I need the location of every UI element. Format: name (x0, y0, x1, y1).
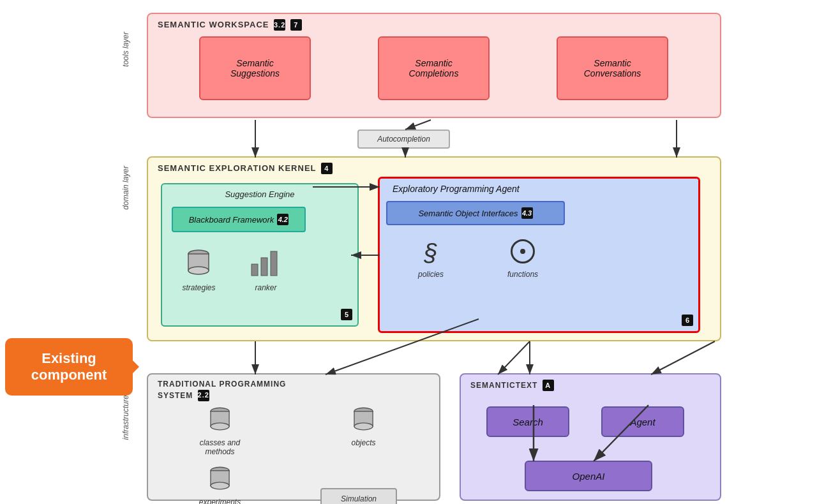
semantictext-label: SEMANTICTEXT A (470, 380, 554, 391)
badge-2-2: 2.2 (198, 390, 209, 401)
semantic-workspace: SEMANTIC WORKSPACE 3.2 7 SemanticSuggest… (147, 13, 721, 118)
policies-symbol: § (424, 239, 437, 267)
ranker-block: ranker (248, 245, 283, 292)
badge-3-2: 3.2 (274, 19, 285, 31)
svg-rect-3 (251, 264, 258, 276)
exploration-kernel: SEMANTIC EXPLORATION KERNEL 4 Suggestion… (147, 156, 721, 341)
badge-a: A (543, 380, 554, 391)
svg-rect-5 (271, 251, 277, 276)
diagram-container: tools layer domain layer infrastructure … (83, 6, 811, 498)
tools-layer-label: tools layer (121, 32, 130, 67)
exploratory-agent: Exploratory Programming Agent Semantic O… (378, 177, 700, 333)
badge-5: 5 (341, 309, 352, 320)
classes-methods-block: classes andmethods (158, 403, 282, 456)
functions-block: functions (507, 239, 538, 279)
semantic-conversations-box: SemanticConversations (557, 36, 668, 100)
search-button[interactable]: Search (486, 406, 569, 437)
suggestion-engine-label: Suggestion Engine (225, 189, 294, 199)
svg-line-18 (405, 120, 431, 130)
objects-block: objects (301, 403, 426, 456)
svg-rect-4 (261, 258, 267, 276)
classes-cylinder-icon (204, 403, 236, 435)
semantic-suggestions-box: SemanticSuggestions (199, 36, 311, 100)
svg-point-2 (188, 267, 209, 274)
exploratory-agent-label: Exploratory Programming Agent (393, 184, 520, 194)
badge-6: 6 (682, 315, 693, 326)
svg-point-11 (354, 423, 373, 430)
experiments-block: experiments (158, 463, 282, 504)
semantictext: SEMANTICTEXT A Search Agent OpenAI (460, 373, 721, 501)
traditional-programming-system: TRADITIONAL PROGRAMMINGSYSTEM 2.2 classe… (147, 373, 440, 501)
objects-cylinder-icon (348, 403, 380, 435)
badge-4-2: 4.2 (277, 214, 288, 225)
strategies-area: strategies ranker (181, 245, 283, 292)
autocompletion-box: Autocompletion (357, 130, 450, 149)
svg-point-14 (211, 482, 229, 489)
strategies-block: strategies (181, 245, 216, 292)
svg-line-26 (498, 341, 530, 374)
semantic-workspace-label: SEMANTIC WORKSPACE 3.2 7 (158, 19, 302, 31)
functions-circle-icon (511, 239, 535, 263)
exploration-kernel-label: SEMANTIC EXPLORATION KERNEL 4 (158, 163, 333, 174)
existing-component-callout: Existing component (5, 338, 133, 396)
simulation-studio-box: SimulationStudio (320, 488, 397, 504)
traditional-system-label: TRADITIONAL PROGRAMMINGSYSTEM 2.2 (158, 380, 286, 401)
policies-block: § policies (418, 239, 444, 279)
traditional-icons: classes andmethods objects experiments (158, 403, 426, 504)
svg-point-8 (211, 423, 229, 430)
strategies-cylinder-icon (181, 245, 216, 280)
openai-button[interactable]: OpenAI (525, 461, 652, 491)
svg-line-29 (651, 341, 715, 374)
badge-4-3: 4.3 (521, 207, 533, 219)
semantic-completions-box: SemanticCompletions (378, 36, 490, 100)
policies-area: § policies functions (418, 239, 538, 279)
ranker-bar-icon (248, 245, 283, 280)
suggestion-engine: Suggestion Engine Blackboard Framework 4… (161, 183, 359, 327)
badge-4: 4 (321, 163, 333, 174)
experiments-cylinder-icon (204, 463, 236, 494)
domain-layer-label: domain layer (121, 166, 130, 210)
semantic-obj-interfaces: Semantic Object Interfaces 4.3 (386, 201, 565, 225)
blackboard-framework: Blackboard Framework 4.2 (172, 207, 306, 232)
agent-button[interactable]: Agent (601, 406, 684, 437)
badge-7: 7 (290, 19, 302, 31)
